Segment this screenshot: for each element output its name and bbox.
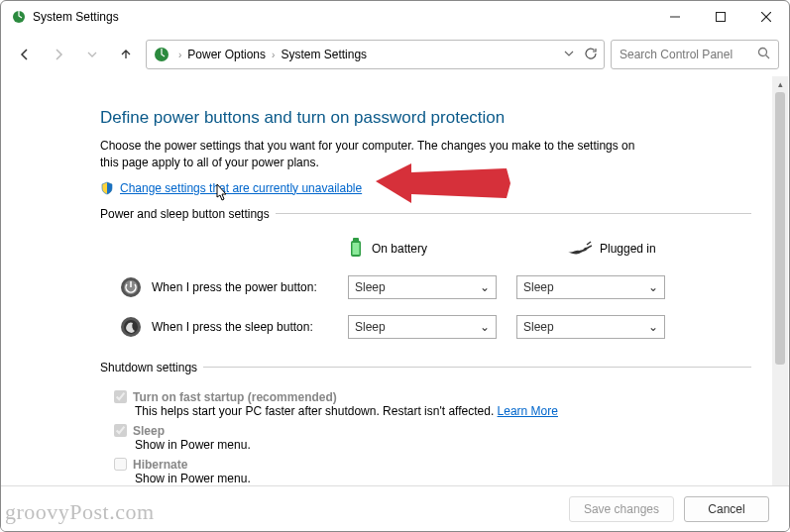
breadcrumb-item[interactable]: Power Options xyxy=(183,48,270,61)
option-description: This helps start your PC faster after sh… xyxy=(135,404,751,418)
section-legend: Shutdown settings xyxy=(100,361,203,374)
chevron-right-icon: › xyxy=(176,50,183,60)
hibernate-checkbox: Hibernate xyxy=(114,458,751,472)
column-label: On battery xyxy=(372,242,427,256)
window-controls xyxy=(652,1,789,33)
up-button[interactable] xyxy=(112,41,140,68)
dialog-footer: Save changes Cancel xyxy=(1,485,789,531)
power-button-row: When I press the power button: Sleep⌄ Sl… xyxy=(120,275,751,299)
plug-icon xyxy=(566,240,592,259)
svg-rect-9 xyxy=(353,238,359,242)
row-label: When I press the sleep button: xyxy=(152,320,348,334)
nav-toolbar: › Power Options › System Settings Search… xyxy=(1,33,789,76)
sleep-checkbox: Sleep xyxy=(114,424,751,438)
chevron-down-icon: ⌄ xyxy=(480,280,490,294)
battery-icon xyxy=(348,237,364,262)
power-sleep-section: Power and sleep button settings On batte… xyxy=(100,207,751,361)
search-icon xyxy=(757,47,770,62)
chevron-right-icon: › xyxy=(270,50,277,60)
svg-rect-10 xyxy=(353,243,360,255)
forward-button[interactable] xyxy=(45,41,72,68)
recent-dropdown-button[interactable] xyxy=(78,41,106,68)
svg-line-11 xyxy=(587,242,591,245)
breadcrumb-item[interactable]: System Settings xyxy=(277,48,371,61)
minimize-button[interactable] xyxy=(652,1,698,33)
column-label: Plugged in xyxy=(600,242,656,256)
back-button[interactable] xyxy=(11,41,39,68)
section-legend: Power and sleep button settings xyxy=(100,207,276,221)
svg-line-7 xyxy=(766,55,770,59)
app-icon xyxy=(11,9,27,25)
option-description: Show in Power menu. xyxy=(135,472,751,485)
sleep-button-row: When I press the sleep button: Sleep⌄ Sl… xyxy=(120,315,751,339)
sleep-button-battery-select[interactable]: Sleep⌄ xyxy=(348,315,497,339)
window-title: System Settings xyxy=(33,10,652,24)
fast-startup-checkbox: Turn on fast startup (recommended) xyxy=(114,390,751,404)
option-description: Show in Power menu. xyxy=(135,438,751,452)
chevron-down-icon: ⌄ xyxy=(480,320,490,334)
row-label: When I press the power button: xyxy=(152,280,348,294)
page-description: Choose the power settings that you want … xyxy=(100,138,655,171)
title-bar: System Settings xyxy=(1,1,789,33)
learn-more-link[interactable]: Learn More xyxy=(498,404,558,418)
page-heading: Define power buttons and turn on passwor… xyxy=(100,108,771,128)
checkbox-input xyxy=(114,390,127,403)
svg-point-6 xyxy=(759,49,767,56)
scroll-thumb[interactable] xyxy=(775,92,785,365)
checkbox-input xyxy=(114,458,127,471)
power-button-battery-select[interactable]: Sleep⌄ xyxy=(348,275,497,299)
scroll-up-button[interactable]: ▴ xyxy=(772,76,788,92)
close-button[interactable] xyxy=(743,1,789,33)
svg-line-12 xyxy=(588,246,592,248)
location-icon xyxy=(153,46,170,63)
maximize-button[interactable] xyxy=(698,1,743,33)
save-changes-button[interactable]: Save changes xyxy=(569,496,674,522)
address-dropdown-button[interactable] xyxy=(564,48,574,61)
search-input[interactable]: Search Control Panel xyxy=(611,40,779,69)
shield-icon xyxy=(100,181,114,195)
main-content: Define power buttons and turn on passwor… xyxy=(1,80,771,485)
shutdown-section: Shutdown settings Turn on fast startup (… xyxy=(100,361,751,485)
change-settings-row: Change settings that are currently unava… xyxy=(100,181,771,195)
vertical-scrollbar[interactable]: ▴ ▾ xyxy=(772,76,788,530)
search-placeholder: Search Control Panel xyxy=(620,48,757,61)
sleep-icon xyxy=(120,316,142,338)
power-button-plugged-select[interactable]: Sleep⌄ xyxy=(516,275,665,299)
power-icon xyxy=(120,276,142,298)
checkbox-input xyxy=(114,424,127,437)
chevron-down-icon: ⌄ xyxy=(648,280,658,294)
chevron-down-icon: ⌄ xyxy=(648,320,658,334)
change-settings-link[interactable]: Change settings that are currently unava… xyxy=(120,181,362,195)
cancel-button[interactable]: Cancel xyxy=(684,496,769,522)
sleep-button-plugged-select[interactable]: Sleep⌄ xyxy=(516,315,665,339)
address-bar[interactable]: › Power Options › System Settings xyxy=(146,40,605,69)
column-plugged: Plugged in xyxy=(566,240,715,259)
refresh-button[interactable] xyxy=(584,47,598,63)
svg-rect-2 xyxy=(717,13,726,22)
column-battery: On battery xyxy=(348,237,497,262)
